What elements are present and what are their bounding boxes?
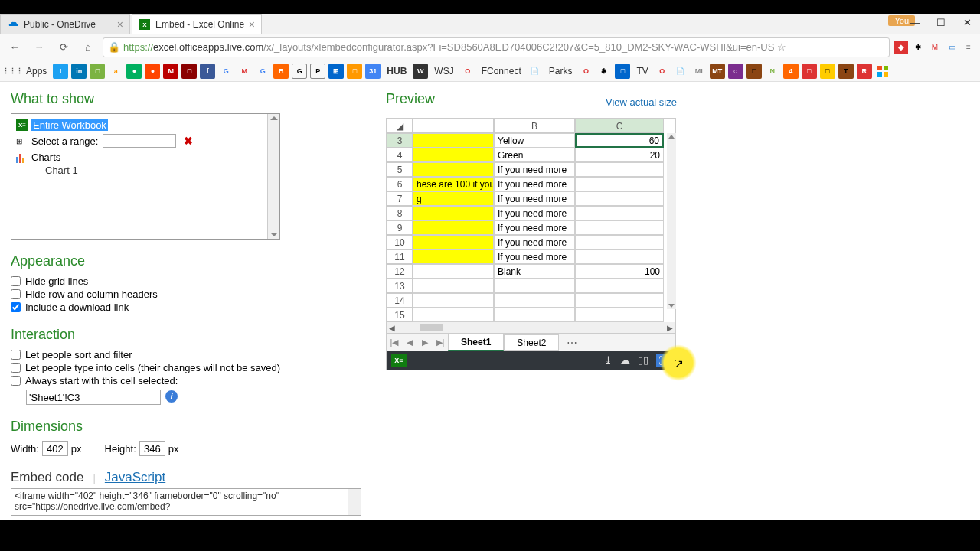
bookmark[interactable]: ⊞ xyxy=(328,64,344,79)
cell[interactable] xyxy=(413,249,494,264)
reload-button[interactable]: ⟳ xyxy=(54,37,74,57)
cell[interactable]: 20 xyxy=(575,148,664,162)
bookmark[interactable]: t xyxy=(53,64,68,79)
type-checkbox[interactable] xyxy=(11,363,21,373)
cell[interactable] xyxy=(413,162,494,177)
sheet-tab-1[interactable]: Sheet1 xyxy=(448,334,504,351)
more-sheets-icon[interactable]: ⋯ xyxy=(559,337,585,349)
cell[interactable]: Blank xyxy=(494,264,575,279)
row-header[interactable]: 13 xyxy=(387,279,413,293)
next-sheet-icon[interactable]: ▶ xyxy=(417,337,433,347)
row-header[interactable]: 9 xyxy=(387,220,413,235)
bookmark[interactable]: □ xyxy=(181,64,197,79)
bookmark[interactable]: □ xyxy=(820,64,835,79)
width-input[interactable] xyxy=(42,441,68,456)
cell[interactable] xyxy=(575,249,664,264)
cell[interactable] xyxy=(413,264,494,279)
cell[interactable] xyxy=(413,235,494,249)
cell[interactable]: If you need more xyxy=(494,249,575,264)
bookmark[interactable]: TV xyxy=(633,66,651,77)
first-sheet-icon[interactable]: |◀ xyxy=(387,337,402,347)
apps-icon[interactable]: ⋮⋮⋮ xyxy=(5,64,20,79)
bookmark[interactable]: ○ xyxy=(728,64,743,79)
bookmark[interactable]: P xyxy=(310,64,325,79)
download-checkbox[interactable] xyxy=(11,302,21,312)
tab-onedrive[interactable]: Public - OneDrive × xyxy=(0,14,130,34)
address-bar[interactable]: 🔒 https://excel.officeapps.live.com/x/_l… xyxy=(103,37,890,57)
column-header[interactable] xyxy=(413,119,494,133)
row-header[interactable]: 14 xyxy=(387,293,413,308)
cell[interactable]: If you need more xyxy=(494,177,575,191)
bookmark[interactable]: Apps xyxy=(23,66,50,77)
workbook-row[interactable]: X≡ Entire Workbook xyxy=(15,117,276,132)
bookmark[interactable]: 📄 xyxy=(528,64,543,79)
row-header[interactable]: 7 xyxy=(387,191,413,206)
cell[interactable] xyxy=(413,133,494,148)
scrollbar[interactable] xyxy=(267,114,279,239)
forward-button[interactable]: → xyxy=(29,37,49,57)
bookmark[interactable]: □ xyxy=(615,64,630,79)
cell[interactable] xyxy=(494,293,575,308)
bookmark[interactable]: WSJ xyxy=(431,66,456,77)
bookmark[interactable]: G xyxy=(292,64,307,79)
vertical-scrollbar[interactable] xyxy=(667,133,676,309)
gmail-icon[interactable]: M xyxy=(928,41,942,54)
bookmark[interactable]: O xyxy=(460,64,475,79)
cell[interactable] xyxy=(413,220,494,235)
cell[interactable] xyxy=(575,177,664,191)
hide-grid-checkbox[interactable] xyxy=(11,276,21,286)
hide-headers-checkbox[interactable] xyxy=(11,289,21,299)
cell[interactable] xyxy=(413,293,494,308)
javascript-tab[interactable]: JavaScript xyxy=(105,470,165,485)
cell[interactable]: If you need more xyxy=(494,206,575,220)
bookmark[interactable]: a xyxy=(108,64,123,79)
cell[interactable] xyxy=(575,191,664,206)
cell[interactable]: hese are 100 if you xyxy=(413,177,494,191)
prev-sheet-icon[interactable]: ◀ xyxy=(402,337,417,347)
bookmark[interactable]: O xyxy=(578,64,593,79)
bookmark[interactable]: 31 xyxy=(365,64,381,79)
row-header[interactable]: 11 xyxy=(387,249,413,264)
maximize-button[interactable]: ☐ xyxy=(928,14,954,31)
scroll-right-icon[interactable]: ▶ xyxy=(665,324,675,332)
menu-icon[interactable]: ≡ xyxy=(962,41,975,54)
startcell-checkbox[interactable] xyxy=(11,376,21,386)
cell[interactable] xyxy=(575,162,664,177)
bookmark[interactable]: HUB xyxy=(384,66,410,77)
hide-grid-row[interactable]: Hide grid lines xyxy=(11,276,371,287)
last-sheet-icon[interactable]: ▶| xyxy=(433,337,448,347)
cell[interactable] xyxy=(575,279,664,293)
cell[interactable] xyxy=(575,293,664,308)
bookmark[interactable]: MT xyxy=(710,64,725,79)
bookmark[interactable]: ● xyxy=(145,64,160,79)
cell[interactable]: If you need more xyxy=(494,162,575,177)
row-header[interactable]: 5 xyxy=(387,162,413,177)
row-header[interactable]: 12 xyxy=(387,264,413,279)
bookmark[interactable]: M xyxy=(237,64,252,79)
cell[interactable]: If you need more xyxy=(494,235,575,249)
bookmark[interactable]: □ xyxy=(746,64,762,79)
tab-excel[interactable]: X Embed - Excel Online × xyxy=(132,14,262,34)
info-icon[interactable]: i xyxy=(165,390,178,403)
cell[interactable] xyxy=(575,308,664,322)
cell[interactable] xyxy=(494,279,575,293)
close-button[interactable]: ✕ xyxy=(954,14,980,31)
ext-icon[interactable]: ✱ xyxy=(911,41,925,54)
row-header[interactable]: 6 xyxy=(387,177,413,191)
download-icon[interactable]: ⤓ xyxy=(604,354,612,367)
bookmark[interactable]: W xyxy=(413,64,428,79)
bookmark[interactable]: M xyxy=(163,64,178,79)
ext-icon[interactable]: ◆ xyxy=(894,41,908,54)
bookmark[interactable]: □ xyxy=(802,64,817,79)
bookmark[interactable]: □ xyxy=(347,64,362,79)
bookmark[interactable]: O xyxy=(655,64,670,79)
excel-logo-icon[interactable]: X≡ xyxy=(391,354,407,367)
ext-icon[interactable]: ▭ xyxy=(945,41,959,54)
bookmark[interactable]: Parks xyxy=(546,66,576,77)
cell[interactable]: Green xyxy=(494,148,575,162)
cell[interactable]: 100 xyxy=(575,264,664,279)
range-row[interactable]: ⊞ Select a range: ✖ xyxy=(15,132,276,149)
bookmark[interactable]: ✱ xyxy=(596,64,612,79)
view-actual-size-link[interactable]: View actual size xyxy=(606,96,677,108)
cell[interactable]: Yellow xyxy=(494,133,575,148)
